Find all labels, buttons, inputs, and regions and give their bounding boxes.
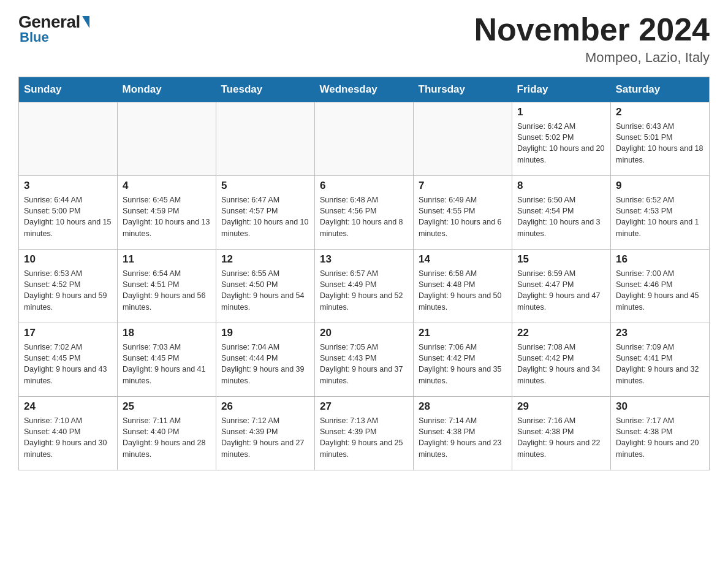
header-tuesday: Tuesday bbox=[216, 77, 315, 102]
cell-sun-info: Sunrise: 7:05 AMSunset: 4:43 PMDaylight:… bbox=[320, 342, 408, 386]
cell-sun-info: Sunrise: 7:09 AMSunset: 4:41 PMDaylight:… bbox=[616, 342, 704, 386]
calendar-cell bbox=[118, 102, 216, 176]
weekday-header-row: Sunday Monday Tuesday Wednesday Thursday… bbox=[19, 77, 710, 102]
calendar-cell: 30Sunrise: 7:17 AMSunset: 4:38 PMDayligh… bbox=[611, 397, 710, 470]
cell-day-number: 13 bbox=[320, 253, 408, 266]
cell-day-number: 10 bbox=[24, 253, 112, 266]
cell-sun-info: Sunrise: 7:04 AMSunset: 4:44 PMDaylight:… bbox=[221, 342, 309, 386]
calendar-cell: 17Sunrise: 7:02 AMSunset: 4:45 PMDayligh… bbox=[19, 323, 118, 397]
calendar-cell bbox=[414, 102, 512, 176]
cell-day-number: 8 bbox=[517, 180, 605, 192]
calendar-cell bbox=[19, 102, 118, 176]
logo-blue-text: Blue bbox=[20, 29, 49, 45]
cell-sun-info: Sunrise: 6:53 AMSunset: 4:52 PMDaylight:… bbox=[24, 268, 112, 313]
cell-sun-info: Sunrise: 6:48 AMSunset: 4:56 PMDaylight:… bbox=[320, 194, 408, 239]
cell-sun-info: Sunrise: 7:03 AMSunset: 4:45 PMDaylight:… bbox=[123, 342, 211, 386]
cell-sun-info: Sunrise: 6:55 AMSunset: 4:50 PMDaylight:… bbox=[221, 268, 309, 313]
calendar-cell: 16Sunrise: 7:00 AMSunset: 4:46 PMDayligh… bbox=[611, 250, 710, 323]
header-wednesday: Wednesday bbox=[315, 77, 414, 102]
cell-day-number: 1 bbox=[517, 106, 605, 118]
cell-day-number: 17 bbox=[24, 327, 112, 339]
cell-day-number: 2 bbox=[616, 106, 704, 118]
cell-sun-info: Sunrise: 7:12 AMSunset: 4:39 PMDaylight:… bbox=[221, 415, 309, 460]
calendar-week-4: 17Sunrise: 7:02 AMSunset: 4:45 PMDayligh… bbox=[19, 323, 710, 397]
calendar-week-5: 24Sunrise: 7:10 AMSunset: 4:40 PMDayligh… bbox=[19, 397, 710, 470]
calendar-week-3: 10Sunrise: 6:53 AMSunset: 4:52 PMDayligh… bbox=[19, 250, 710, 323]
header-monday: Monday bbox=[118, 77, 216, 102]
calendar-cell: 8Sunrise: 6:50 AMSunset: 4:54 PMDaylight… bbox=[512, 176, 611, 250]
cell-day-number: 29 bbox=[517, 400, 605, 413]
calendar-cell: 28Sunrise: 7:14 AMSunset: 4:38 PMDayligh… bbox=[414, 397, 512, 470]
cell-day-number: 3 bbox=[24, 180, 112, 192]
calendar-cell: 23Sunrise: 7:09 AMSunset: 4:41 PMDayligh… bbox=[611, 323, 710, 397]
calendar-cell: 10Sunrise: 6:53 AMSunset: 4:52 PMDayligh… bbox=[19, 250, 118, 323]
cell-sun-info: Sunrise: 6:43 AMSunset: 5:01 PMDaylight:… bbox=[616, 121, 704, 166]
calendar-cell: 22Sunrise: 7:08 AMSunset: 4:42 PMDayligh… bbox=[512, 323, 611, 397]
header-sunday: Sunday bbox=[19, 77, 118, 102]
calendar-cell: 29Sunrise: 7:16 AMSunset: 4:38 PMDayligh… bbox=[512, 397, 611, 470]
cell-sun-info: Sunrise: 7:16 AMSunset: 4:38 PMDaylight:… bbox=[517, 415, 605, 460]
cell-day-number: 14 bbox=[419, 253, 507, 266]
calendar-cell: 2Sunrise: 6:43 AMSunset: 5:01 PMDaylight… bbox=[611, 102, 710, 176]
calendar-cell: 11Sunrise: 6:54 AMSunset: 4:51 PMDayligh… bbox=[118, 250, 216, 323]
logo-triangle-icon bbox=[82, 16, 89, 28]
calendar-cell: 27Sunrise: 7:13 AMSunset: 4:39 PMDayligh… bbox=[315, 397, 414, 470]
cell-day-number: 12 bbox=[221, 253, 309, 266]
cell-sun-info: Sunrise: 6:42 AMSunset: 5:02 PMDaylight:… bbox=[517, 121, 605, 166]
calendar-cell: 5Sunrise: 6:47 AMSunset: 4:57 PMDaylight… bbox=[216, 176, 315, 250]
cell-sun-info: Sunrise: 7:08 AMSunset: 4:42 PMDaylight:… bbox=[517, 342, 605, 386]
calendar-week-1: 1Sunrise: 6:42 AMSunset: 5:02 PMDaylight… bbox=[19, 102, 710, 176]
calendar-table: Sunday Monday Tuesday Wednesday Thursday… bbox=[18, 77, 710, 470]
cell-sun-info: Sunrise: 6:49 AMSunset: 4:55 PMDaylight:… bbox=[419, 194, 507, 239]
cell-sun-info: Sunrise: 6:50 AMSunset: 4:54 PMDaylight:… bbox=[517, 194, 605, 239]
cell-day-number: 18 bbox=[123, 327, 211, 339]
calendar-subtitle: Mompeo, Lazio, Italy bbox=[474, 50, 710, 66]
calendar-cell: 24Sunrise: 7:10 AMSunset: 4:40 PMDayligh… bbox=[19, 397, 118, 470]
cell-day-number: 27 bbox=[320, 400, 408, 413]
header-thursday: Thursday bbox=[414, 77, 512, 102]
cell-day-number: 30 bbox=[616, 400, 704, 413]
calendar-week-2: 3Sunrise: 6:44 AMSunset: 5:00 PMDaylight… bbox=[19, 176, 710, 250]
cell-sun-info: Sunrise: 6:57 AMSunset: 4:49 PMDaylight:… bbox=[320, 268, 408, 313]
calendar-cell bbox=[315, 102, 414, 176]
cell-sun-info: Sunrise: 6:58 AMSunset: 4:48 PMDaylight:… bbox=[419, 268, 507, 313]
cell-day-number: 22 bbox=[517, 327, 605, 339]
cell-sun-info: Sunrise: 7:02 AMSunset: 4:45 PMDaylight:… bbox=[24, 342, 112, 386]
cell-day-number: 26 bbox=[221, 400, 309, 413]
cell-day-number: 16 bbox=[616, 253, 704, 266]
cell-sun-info: Sunrise: 7:11 AMSunset: 4:40 PMDaylight:… bbox=[123, 415, 211, 460]
calendar-cell: 13Sunrise: 6:57 AMSunset: 4:49 PMDayligh… bbox=[315, 250, 414, 323]
calendar-cell: 25Sunrise: 7:11 AMSunset: 4:40 PMDayligh… bbox=[118, 397, 216, 470]
cell-day-number: 19 bbox=[221, 327, 309, 339]
cell-sun-info: Sunrise: 7:13 AMSunset: 4:39 PMDaylight:… bbox=[320, 415, 408, 460]
cell-sun-info: Sunrise: 6:59 AMSunset: 4:47 PMDaylight:… bbox=[517, 268, 605, 313]
cell-sun-info: Sunrise: 6:44 AMSunset: 5:00 PMDaylight:… bbox=[24, 194, 112, 239]
calendar-body: 1Sunrise: 6:42 AMSunset: 5:02 PMDaylight… bbox=[19, 102, 710, 470]
calendar-cell: 7Sunrise: 6:49 AMSunset: 4:55 PMDaylight… bbox=[414, 176, 512, 250]
calendar-cell: 1Sunrise: 6:42 AMSunset: 5:02 PMDaylight… bbox=[512, 102, 611, 176]
calendar-cell: 20Sunrise: 7:05 AMSunset: 4:43 PMDayligh… bbox=[315, 323, 414, 397]
calendar-cell: 19Sunrise: 7:04 AMSunset: 4:44 PMDayligh… bbox=[216, 323, 315, 397]
cell-day-number: 9 bbox=[616, 180, 704, 192]
logo: General Blue bbox=[18, 12, 91, 45]
cell-sun-info: Sunrise: 6:47 AMSunset: 4:57 PMDaylight:… bbox=[221, 194, 309, 239]
calendar-cell: 3Sunrise: 6:44 AMSunset: 5:00 PMDaylight… bbox=[19, 176, 118, 250]
cell-day-number: 4 bbox=[123, 180, 211, 192]
cell-day-number: 23 bbox=[616, 327, 704, 339]
cell-day-number: 11 bbox=[123, 253, 211, 266]
cell-sun-info: Sunrise: 7:00 AMSunset: 4:46 PMDaylight:… bbox=[616, 268, 704, 313]
header-friday: Friday bbox=[512, 77, 611, 102]
calendar-cell: 26Sunrise: 7:12 AMSunset: 4:39 PMDayligh… bbox=[216, 397, 315, 470]
calendar-cell: 9Sunrise: 6:52 AMSunset: 4:53 PMDaylight… bbox=[611, 176, 710, 250]
calendar-cell bbox=[216, 102, 315, 176]
header-saturday: Saturday bbox=[611, 77, 710, 102]
cell-sun-info: Sunrise: 6:45 AMSunset: 4:59 PMDaylight:… bbox=[123, 194, 211, 239]
calendar-cell: 15Sunrise: 6:59 AMSunset: 4:47 PMDayligh… bbox=[512, 250, 611, 323]
cell-sun-info: Sunrise: 7:06 AMSunset: 4:42 PMDaylight:… bbox=[419, 342, 507, 386]
cell-day-number: 24 bbox=[24, 400, 112, 413]
cell-day-number: 25 bbox=[123, 400, 211, 413]
title-area: November 2024 Mompeo, Lazio, Italy bbox=[474, 12, 710, 66]
page-header: General Blue November 2024 Mompeo, Lazio… bbox=[18, 12, 710, 66]
calendar-cell: 12Sunrise: 6:55 AMSunset: 4:50 PMDayligh… bbox=[216, 250, 315, 323]
cell-day-number: 20 bbox=[320, 327, 408, 339]
